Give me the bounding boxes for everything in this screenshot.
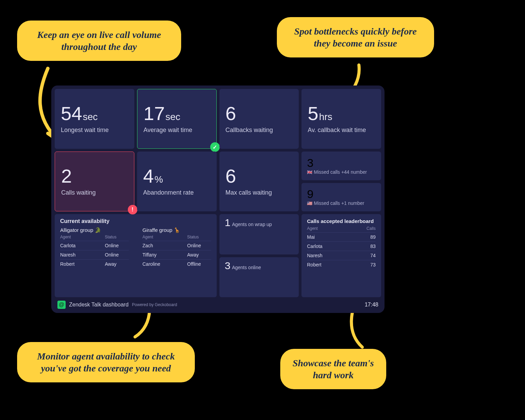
table-row: Mai89 [307, 232, 376, 241]
table-row: Naresh74 [307, 251, 376, 260]
stat-agents-online: 3 Agents online [219, 257, 299, 298]
table-row: Robert73 [307, 260, 376, 269]
stat-label: Longest wait time [61, 127, 128, 134]
stat-label: 🇬🇧Missed calls +44 number [307, 169, 376, 175]
alligator-icon: 🐊 [95, 227, 101, 233]
stat-missed-uk: 3 🇬🇧Missed calls +44 number [301, 152, 381, 180]
stat-label: Callbacks waiting [226, 127, 293, 134]
stat-longest-wait: 54sec Longest wait time [55, 89, 134, 149]
alert-icon: ! [128, 205, 137, 214]
group-name: Alligator group [60, 227, 93, 233]
leaderboard-title: Calls accepted leaderboard [307, 218, 376, 224]
stat-unit: hrs [319, 111, 332, 122]
geckoboard-logo-icon: @ [57, 301, 66, 309]
stat-missed-us: 9 🇺🇸Missed calls +1 number [301, 183, 381, 212]
stat-callbacks-waiting: 6 Callbacks waiting [219, 89, 299, 149]
dashboard: 54sec Longest wait time 17sec Average wa… [51, 86, 385, 313]
stat-calls-waiting: 2 Calls waiting ! [55, 152, 134, 211]
stat-value: 6 [226, 103, 236, 124]
stat-value: 3 [307, 157, 376, 169]
group-name: Giraffe group [143, 227, 172, 233]
check-icon: ✓ [210, 142, 220, 152]
leaderboard-panel: Calls accepted leaderboard AgentCalls Ma… [301, 214, 381, 297]
stat-abandonment-rate: 4% Abandonment rate [137, 152, 217, 211]
availability-group-giraffe: Giraffe group 🦒 AgentStatus ZachOnline T… [143, 227, 211, 268]
stat-label: Max calls waiting [226, 189, 293, 196]
stat-value: 1 [225, 217, 231, 228]
stat-unit: sec [83, 111, 98, 122]
stat-missed-calls-split: 3 🇬🇧Missed calls +44 number 9 🇺🇸Missed c… [301, 152, 381, 211]
stat-value: 6 [226, 165, 236, 187]
callout-bottlenecks: Spot bottlenecks quickly before they bec… [277, 17, 434, 57]
col-calls: Calls [366, 226, 376, 231]
col-agent: Agent [60, 235, 105, 239]
stat-average-wait: 17sec Average wait time ✓ [137, 89, 217, 149]
stat-value: 5 [308, 103, 318, 124]
stat-max-calls-waiting: 6 Max calls waiting [219, 152, 299, 211]
dashboard-footer: @ Zendesk Talk dashboard Powered by Geck… [55, 297, 381, 310]
stat-value: 3 [225, 260, 231, 271]
table-row: TiffanyAway [143, 250, 211, 259]
flag-us-icon: 🇺🇸 [307, 201, 312, 206]
col-agent: Agent [143, 235, 187, 239]
availability-group-alligator: Alligator group 🐊 AgentStatus CarlotaOnl… [60, 227, 129, 268]
stat-label: Calls waiting [61, 189, 128, 196]
stat-label: Average wait time [144, 127, 210, 134]
stat-value: 54 [61, 103, 82, 124]
stat-unit: % [154, 174, 163, 185]
stat-label: Agents on wrap up [232, 222, 272, 227]
table-row: CarolineOffline [143, 259, 211, 268]
callout-live-volume: Keep an eye on live call volume througho… [17, 21, 181, 61]
agents-mini-stats: 1 Agents on wrap up 3 Agents online [219, 214, 299, 297]
stat-label: 🇺🇸Missed calls +1 number [307, 200, 376, 206]
col-agent: Agent [307, 226, 366, 231]
callout-leaderboard: Showcase the team's hard work [280, 349, 386, 389]
powered-by: Powered by Geckoboard [132, 302, 177, 307]
col-status: Status [105, 235, 129, 239]
stat-value: 4 [143, 165, 154, 187]
stat-avg-callback-wait: 5hrs Av. callback wait time [301, 89, 381, 149]
table-row: ZachOnline [143, 241, 211, 250]
stat-value: 2 [61, 165, 72, 187]
stat-value: 17 [144, 103, 165, 124]
availability-panel: Current availability Alligator group 🐊 A… [55, 214, 217, 297]
callout-availability: Monitor agent availability to check you'… [17, 342, 195, 382]
stat-label: Abandonment rate [143, 189, 211, 196]
stat-agents-wrapup: 1 Agents on wrap up [219, 214, 299, 254]
clock: 17:48 [365, 302, 378, 308]
stat-value: 9 [307, 188, 376, 200]
dashboard-title: Zendesk Talk dashboard [69, 302, 129, 308]
table-row: NareshOnline [60, 250, 129, 259]
stat-label: Agents online [232, 265, 261, 270]
stat-unit: sec [165, 111, 180, 122]
table-row: Carlota83 [307, 241, 376, 251]
giraffe-icon: 🦒 [174, 227, 180, 233]
flag-uk-icon: 🇬🇧 [307, 170, 312, 175]
table-row: CarlotaOnline [60, 241, 129, 250]
table-row: RobertAway [60, 259, 129, 268]
col-status: Status [187, 235, 211, 239]
availability-title: Current availability [60, 218, 211, 224]
stat-label: Av. callback wait time [308, 127, 375, 134]
